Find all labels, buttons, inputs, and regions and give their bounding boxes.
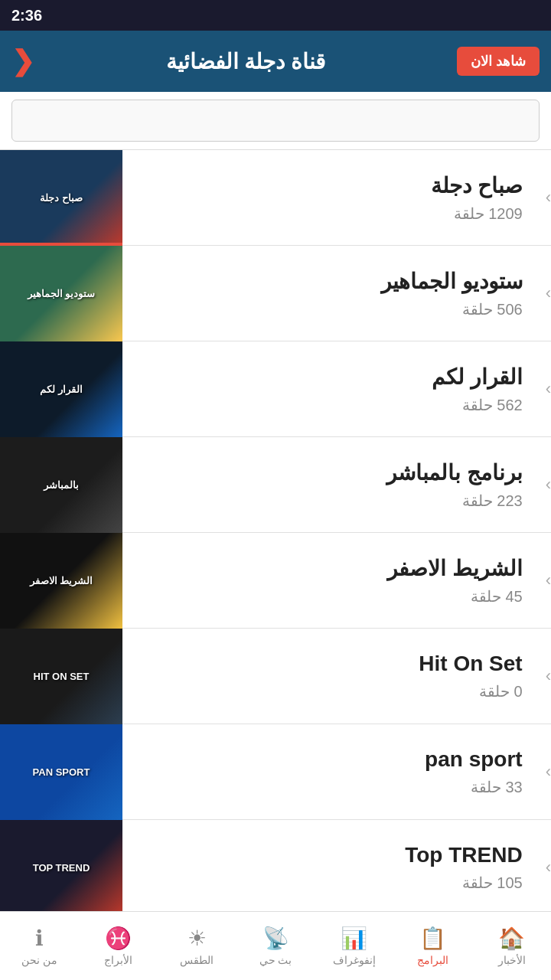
program-episodes: 562 حلقة: [138, 396, 523, 414]
program-info: Hit On Set 0 حلقة: [122, 644, 538, 708]
program-info: القرار لكم 562 حلقة: [122, 357, 538, 422]
list-item[interactable]: › القرار لكم 562 حلقة القرار لكم: [0, 341, 551, 437]
program-info: برنامج بالمباشر 223 حلقة: [122, 452, 538, 518]
programs-icon: 📋: [419, 926, 446, 951]
programs-label: البرامج: [417, 954, 448, 966]
about-icon: ℹ: [35, 926, 44, 951]
program-name: الشريط الاصفر: [138, 556, 523, 581]
search-input[interactable]: [11, 100, 540, 142]
program-name: Top TREND: [138, 843, 523, 867]
chevron-right-icon: ›: [538, 475, 551, 495]
infograph-icon: 📊: [341, 926, 367, 951]
header: شاهد الان قناة دجلة الفضائية ❮: [0, 31, 551, 92]
weather-label: الطقس: [180, 954, 214, 966]
program-episodes: 0 حلقة: [138, 682, 523, 701]
nav-item-about[interactable]: ℹ من نحن: [0, 912, 79, 980]
list-item[interactable]: › برنامج بالمباشر 223 حلقة بالمباشر: [0, 437, 551, 533]
chevron-right-icon: ›: [538, 379, 551, 399]
chevron-right-icon: ›: [538, 570, 551, 590]
bottom-nav: 🏠 الأخبار 📋 البرامج 📊 إنفوغراف 📡 بث حي ☀…: [0, 911, 551, 980]
chevron-right-icon: ›: [538, 858, 551, 877]
list-item[interactable]: › الشريط الاصفر 45 حلقة الشريط الاصفر: [0, 533, 551, 629]
list-item[interactable]: › Hit On Set 0 حلقة HIT ON SET: [0, 629, 551, 724]
search-bar: [0, 92, 551, 150]
weather-icon: ☀: [187, 926, 207, 951]
news-icon: 🏠: [498, 926, 525, 951]
program-thumbnail: TOP TREND: [0, 820, 122, 916]
program-thumbnail: بالمباشر: [0, 437, 122, 533]
header-title: قناة دجلة الفضائية: [34, 49, 457, 74]
program-episodes: 223 حلقة: [138, 492, 523, 510]
program-name: pan sport: [138, 747, 523, 772]
nav-item-programs[interactable]: 📋 البرامج: [393, 912, 472, 980]
list-item[interactable]: › Top TREND 105 حلقة TOP TREND: [0, 820, 551, 916]
program-info: صباح دجلة 1209 حلقة: [122, 165, 538, 230]
status-bar: 2:36: [0, 0, 551, 31]
nav-item-news[interactable]: 🏠 الأخبار: [472, 912, 551, 980]
horoscope-icon: ♓: [105, 926, 132, 951]
chevron-right-icon: ›: [538, 762, 551, 782]
live-icon: 📡: [262, 926, 289, 951]
watch-now-button[interactable]: شاهد الان: [457, 47, 540, 76]
program-list: › صباح دجلة 1209 حلقة صباح دجلة › ستوديو…: [0, 150, 551, 916]
program-name: القرار لكم: [138, 364, 523, 390]
nav-item-infograph[interactable]: 📊 إنفوغراف: [315, 912, 393, 980]
status-time: 2:36: [11, 7, 42, 24]
program-episodes: 1209 حلقة: [138, 204, 523, 223]
about-label: من نحن: [21, 954, 57, 966]
chevron-right-icon: ›: [538, 283, 551, 303]
program-name: Hit On Set: [138, 652, 523, 676]
live-label: بث حي: [259, 954, 292, 966]
program-name: صباح دجلة: [138, 173, 523, 198]
program-thumbnail: القرار لكم: [0, 341, 122, 437]
program-thumbnail: صباح دجلة: [0, 150, 122, 246]
back-button[interactable]: ❮: [11, 45, 34, 77]
program-name: برنامج بالمباشر: [138, 460, 523, 485]
program-episodes: 506 حلقة: [138, 300, 523, 318]
program-info: Top TREND 105 حلقة: [122, 835, 538, 900]
nav-item-live[interactable]: 📡 بث حي: [236, 912, 315, 980]
list-item[interactable]: › ستوديو الجماهير 506 حلقة ستوديو الجماه…: [0, 246, 551, 341]
horoscope-label: الأبراج: [104, 954, 132, 966]
program-episodes: 105 حلقة: [138, 874, 523, 892]
program-thumbnail: HIT ON SET: [0, 629, 122, 724]
program-info: الشريط الاصفر 45 حلقة: [122, 548, 538, 613]
list-item[interactable]: › pan sport 33 حلقة PAN SPORT: [0, 724, 551, 820]
chevron-right-icon: ›: [538, 188, 551, 207]
program-info: ستوديو الجماهير 506 حلقة: [122, 261, 538, 326]
program-name: ستوديو الجماهير: [138, 269, 523, 294]
news-label: الأخبار: [498, 954, 526, 966]
program-info: pan sport 33 حلقة: [122, 740, 538, 804]
program-thumbnail: ستوديو الجماهير: [0, 246, 122, 341]
program-episodes: 45 حلقة: [138, 587, 523, 606]
program-episodes: 33 حلقة: [138, 778, 523, 796]
program-thumbnail: الشريط الاصفر: [0, 533, 122, 629]
nav-item-weather[interactable]: ☀ الطقس: [158, 912, 236, 980]
nav-item-horoscope[interactable]: ♓ الأبراج: [79, 912, 158, 980]
list-item[interactable]: › صباح دجلة 1209 حلقة صباح دجلة: [0, 150, 551, 246]
program-thumbnail: PAN SPORT: [0, 724, 122, 820]
infograph-label: إنفوغراف: [333, 954, 376, 966]
chevron-right-icon: ›: [538, 666, 551, 686]
